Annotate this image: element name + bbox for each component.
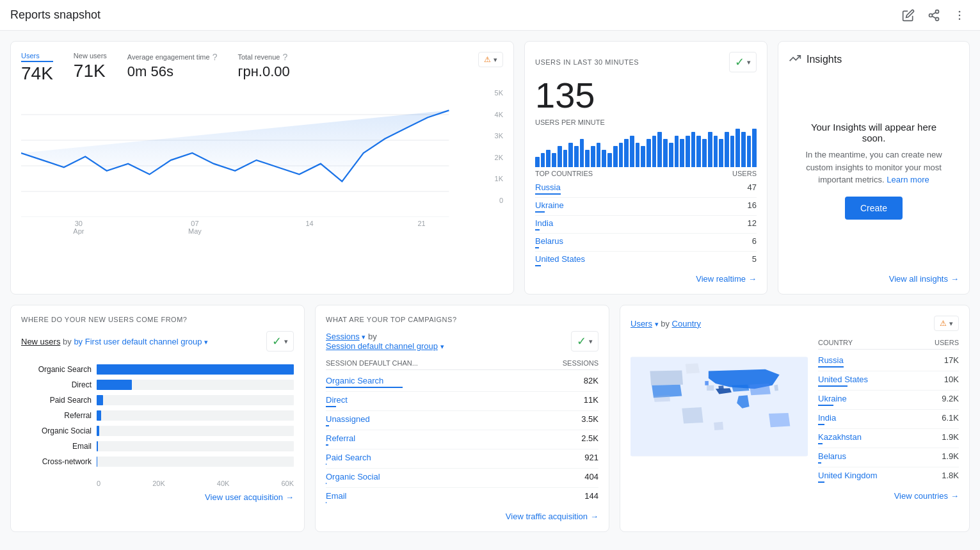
more-icon[interactable] <box>949 5 970 26</box>
realtime-bar <box>591 146 595 167</box>
country-name[interactable]: United States <box>535 254 585 264</box>
sessions-channel-name[interactable]: Organic Social <box>326 472 380 484</box>
realtime-control-btn[interactable]: ✓ ▾ <box>729 52 757 72</box>
new-users-value: 71K <box>74 61 107 81</box>
geo-alert-badge[interactable]: ⚠ ▾ <box>934 316 959 331</box>
campaigns-control-btn[interactable]: ✓ ▾ <box>571 331 598 352</box>
campaigns-card: WHAT ARE YOUR TOP CAMPAIGNS? Sessions ▾ … <box>315 305 609 532</box>
svg-line-4 <box>932 12 936 14</box>
geo-country-name[interactable]: India <box>818 413 836 425</box>
share-icon[interactable] <box>924 5 944 26</box>
acquisition-chart-label: New users by by First user default chann… <box>21 337 208 346</box>
chart-x-labels: 30 Apr 07 May 14 21 <box>21 220 503 235</box>
country-value: 16 <box>748 200 757 213</box>
horizontal-bar-chart: Organic Search Direct Paid Search Referr… <box>21 359 294 477</box>
realtime-bar <box>714 136 718 167</box>
sessions-value: 921 <box>584 453 598 465</box>
hbar-label: Email <box>21 442 92 451</box>
geo-country-dropdown[interactable]: Country <box>672 319 702 328</box>
sessions-value: 11K <box>584 395 598 407</box>
hbar-track <box>97 426 294 436</box>
campaigns-section-title: WHAT ARE YOUR TOP CAMPAIGNS? <box>326 316 598 323</box>
sessions-dropdown-arrow[interactable]: ▾ <box>362 333 365 341</box>
hbar-fill <box>97 410 101 421</box>
insights-footer: View all insights → <box>789 264 959 284</box>
metrics-card: Users 74K New users 71K Average engageme… <box>10 41 514 295</box>
acquisition-control-btn[interactable]: ✓ ▾ <box>266 331 294 352</box>
page-title: Reports snapshot <box>10 8 100 22</box>
channel-group-dropdown-arrow[interactable]: ▾ <box>440 343 444 350</box>
view-all-insights-link[interactable]: View all insights → <box>889 274 959 284</box>
geo-country-name[interactable]: United States <box>818 375 868 387</box>
sessions-channel-name[interactable]: Direct <box>326 395 348 407</box>
sessions-channel-name[interactable]: Referral <box>326 433 355 446</box>
sessions-row: Unassigned 3.5K <box>326 411 598 430</box>
chart-x-label-3: 14 <box>306 220 314 235</box>
svg-point-2 <box>936 17 939 20</box>
insights-title: Insights <box>807 54 842 65</box>
insights-arrow-icon: → <box>951 274 959 284</box>
chart-x-label-1: 30 Apr <box>73 220 84 235</box>
view-realtime-link[interactable]: View realtime → <box>696 274 757 284</box>
geo-country-name[interactable]: Belarus <box>818 451 846 464</box>
geo-users-dropdown-arrow[interactable]: ▾ <box>655 320 659 328</box>
realtime-bar <box>680 139 684 167</box>
geo-country-name[interactable]: Ukraine <box>818 394 847 406</box>
learn-more-link[interactable]: Learn more <box>887 175 929 184</box>
edit-icon[interactable] <box>898 5 919 26</box>
sessions-channel-name[interactable]: Paid Search <box>326 453 371 465</box>
hbar-track <box>97 364 294 375</box>
hbar-row: Cross-network <box>21 457 294 467</box>
hbar-row: Direct <box>21 380 294 390</box>
realtime-bar <box>607 153 612 167</box>
avg-engagement-info-icon[interactable]: ? <box>213 52 218 62</box>
hbar-x-labels: 020K40K60K <box>21 480 294 487</box>
geo-country-value: 10K <box>944 375 959 387</box>
channel-group-dropdown[interactable]: by First user default channel group <box>74 337 202 346</box>
hbar-x-label: 0 <box>97 480 100 487</box>
sessions-channel-name[interactable]: Unassigned <box>326 414 370 426</box>
acq-arrow-icon: → <box>285 492 294 502</box>
realtime-bar <box>730 136 735 167</box>
channel-group-dropdown-2[interactable]: Session default channel group <box>326 341 438 351</box>
realtime-bar <box>630 136 634 167</box>
camp-arrow-icon: → <box>590 512 598 521</box>
view-user-acquisition-link[interactable]: View user acquisition → <box>205 492 294 502</box>
total-revenue-info-icon[interactable]: ? <box>282 52 287 62</box>
country-name[interactable]: India <box>535 218 553 228</box>
create-button[interactable]: Create <box>845 197 903 220</box>
country-value: 12 <box>748 218 757 231</box>
users-label[interactable]: Users <box>21 52 53 62</box>
geo-country-row: Kazakhstan 1.9K <box>818 429 959 448</box>
channel-dropdown-arrow[interactable]: ▾ <box>204 338 208 346</box>
sessions-channel-name[interactable]: Email <box>326 491 347 503</box>
line-chart-svg <box>21 89 478 217</box>
svg-point-6 <box>959 14 961 16</box>
country-list: COUNTRY USERS Russia 17K United States 1… <box>818 336 959 486</box>
country-name[interactable]: Ukraine <box>535 200 564 210</box>
hbar-fill <box>97 380 132 390</box>
geo-alert-icon: ⚠ <box>940 319 947 328</box>
alert-badge[interactable]: ⚠ ▾ <box>478 52 503 67</box>
sessions-channel-name[interactable]: Organic Search <box>326 376 403 388</box>
realtime-bar <box>735 129 740 167</box>
geo-country-name[interactable]: Kazakhstan <box>818 432 862 444</box>
sessions-row: Organic Social 404 <box>326 469 598 488</box>
sessions-table: Organic Search 82K Direct 11K Unassigned… <box>326 373 598 506</box>
avg-engagement-label: Average engagement time ? <box>127 52 218 62</box>
country-name[interactable]: Belarus <box>535 236 563 246</box>
svg-point-5 <box>959 10 961 12</box>
view-traffic-acquisition-link[interactable]: View traffic acquisition → <box>506 512 598 521</box>
hbar-label: Referral <box>21 411 92 420</box>
geo-country-name[interactable]: United Kingdom <box>818 471 878 483</box>
users-value: 74K <box>21 63 53 84</box>
new-users-label[interactable]: New users <box>74 52 107 60</box>
geo-country-name[interactable]: Russia <box>818 355 844 368</box>
svg-line-3 <box>932 16 936 18</box>
view-countries-link[interactable]: View countries → <box>894 491 959 501</box>
sessions-dropdown[interactable]: Sessions <box>326 332 360 341</box>
geo-users-dropdown[interactable]: Users <box>631 319 652 328</box>
hbar-fill <box>97 426 99 436</box>
realtime-bar <box>708 132 712 167</box>
country-name[interactable]: Russia <box>535 182 561 192</box>
